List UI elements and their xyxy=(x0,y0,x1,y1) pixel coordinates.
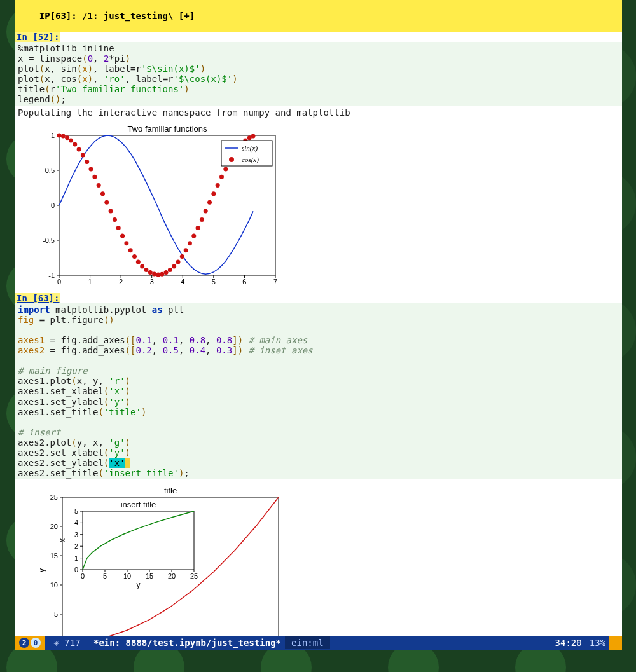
svg-text:-0.5: -0.5 xyxy=(43,237,55,244)
svg-point-41 xyxy=(109,209,113,213)
svg-text:15: 15 xyxy=(146,572,153,580)
cell-1[interactable]: In [52]: %matplotlib inline x = linspace… xyxy=(15,32,622,288)
svg-text:sin(x): sin(x) xyxy=(242,144,258,153)
svg-text:3: 3 xyxy=(74,531,78,538)
svg-text:cos(x): cos(x) xyxy=(242,156,259,164)
svg-text:5: 5 xyxy=(54,610,58,618)
modeline-buffer-name[interactable]: *ein: 8888/test.ipynb/just_testing* xyxy=(90,638,285,648)
modeline-left: ✳ 717 xyxy=(45,638,90,648)
svg-point-60 xyxy=(184,248,188,252)
svg-point-32 xyxy=(73,142,77,146)
svg-text:1: 1 xyxy=(51,132,55,139)
svg-text:x: x xyxy=(58,538,67,542)
svg-text:20: 20 xyxy=(50,523,58,530)
chart1-output: 01234567-1-0.500.51Two familiar function… xyxy=(31,123,622,288)
emacs-frame: IP[63]: /1: just_testing\ [+] In [52]: %… xyxy=(15,0,622,650)
svg-point-28 xyxy=(57,133,62,137)
svg-point-47 xyxy=(132,254,137,259)
svg-text:y: y xyxy=(137,580,141,589)
cell1-input[interactable]: %matplotlib inline x = linspace(0, 2*pi)… xyxy=(15,42,622,106)
svg-text:5: 5 xyxy=(212,278,216,285)
svg-point-66 xyxy=(207,200,212,204)
svg-point-35 xyxy=(85,160,89,164)
svg-point-30 xyxy=(65,135,69,140)
modeline: 2 0 ✳ 717 *ein: 8888/test.ipynb/just_tes… xyxy=(15,636,622,650)
svg-point-42 xyxy=(113,217,117,222)
svg-point-38 xyxy=(97,183,101,188)
svg-text:0: 0 xyxy=(57,278,61,285)
svg-text:3: 3 xyxy=(150,278,154,285)
svg-text:0: 0 xyxy=(81,572,85,580)
svg-text:2: 2 xyxy=(119,278,123,285)
svg-point-48 xyxy=(136,259,141,264)
svg-text:insert title: insert title xyxy=(121,500,156,509)
svg-point-57 xyxy=(172,264,176,268)
cell1-in-prompt: In [52]: xyxy=(15,32,60,42)
titlebar-text: IP[63]: /1: just_testing\ [+] xyxy=(39,11,195,21)
modeline-tail-icon xyxy=(609,636,622,650)
cell2-in-prompt: In [63]: xyxy=(15,293,60,303)
modeline-position: 34:20 xyxy=(551,638,586,648)
svg-point-50 xyxy=(144,268,148,272)
svg-text:0.5: 0.5 xyxy=(45,167,55,174)
svg-point-81 xyxy=(229,157,234,162)
svg-point-63 xyxy=(196,226,200,230)
cell1-stdout: Populating the interactive namespace fro… xyxy=(15,106,622,119)
svg-point-67 xyxy=(211,191,216,196)
svg-text:title: title xyxy=(164,486,177,495)
svg-text:1: 1 xyxy=(74,554,78,562)
cell-2[interactable]: In [63]: import matplotlib.pyplot as plt… xyxy=(15,293,622,650)
svg-point-54 xyxy=(160,271,164,276)
svg-point-36 xyxy=(89,167,93,171)
svg-point-34 xyxy=(81,153,85,157)
svg-text:25: 25 xyxy=(50,493,58,501)
svg-text:0: 0 xyxy=(74,566,78,573)
svg-text:10: 10 xyxy=(50,581,58,589)
svg-text:y: y xyxy=(38,568,46,572)
notebook-buffer[interactable]: In [52]: %matplotlib inline x = linspace… xyxy=(15,32,622,650)
warning-count-icon: 0 xyxy=(31,638,41,648)
svg-text:2: 2 xyxy=(74,542,78,550)
svg-text:4: 4 xyxy=(74,519,78,527)
flycheck-badge[interactable]: 2 0 xyxy=(15,636,45,650)
svg-text:-1: -1 xyxy=(48,271,55,279)
modeline-percent: 13% xyxy=(586,638,609,648)
svg-point-56 xyxy=(168,268,172,272)
svg-text:5: 5 xyxy=(103,572,107,580)
svg-point-44 xyxy=(120,233,125,238)
svg-point-59 xyxy=(180,254,184,259)
svg-point-46 xyxy=(128,248,133,252)
svg-text:15: 15 xyxy=(50,552,58,559)
chart2-output: 0123450510152025titlexy0510152025012345i… xyxy=(31,483,622,650)
svg-text:6: 6 xyxy=(242,278,246,285)
svg-point-45 xyxy=(124,241,128,245)
svg-point-31 xyxy=(69,138,73,142)
svg-text:25: 25 xyxy=(190,572,198,580)
svg-point-70 xyxy=(223,167,228,171)
chart2-svg: 0123450510152025titlexy0510152025012345i… xyxy=(31,483,291,650)
cell2-input[interactable]: import matplotlib.pyplot as plt fig = pl… xyxy=(15,303,622,480)
chart1-svg: 01234567-1-0.500.51Two familiar function… xyxy=(31,123,285,288)
svg-point-68 xyxy=(216,183,220,188)
svg-point-65 xyxy=(204,209,208,213)
svg-point-51 xyxy=(148,270,153,275)
svg-point-33 xyxy=(77,147,81,151)
svg-text:5: 5 xyxy=(74,507,78,515)
svg-text:1: 1 xyxy=(88,278,92,285)
svg-text:20: 20 xyxy=(168,572,176,580)
modeline-major-mode[interactable]: ein:ml xyxy=(285,636,330,649)
svg-point-58 xyxy=(176,259,181,264)
svg-text:7: 7 xyxy=(273,278,277,285)
svg-text:0: 0 xyxy=(51,202,55,209)
svg-text:Two familiar functions: Two familiar functions xyxy=(128,124,207,134)
svg-point-62 xyxy=(191,233,196,238)
svg-point-29 xyxy=(61,134,66,138)
svg-point-40 xyxy=(104,200,109,204)
svg-rect-111 xyxy=(83,511,194,570)
titlebar: IP[63]: /1: just_testing\ [+] xyxy=(15,0,622,32)
svg-point-43 xyxy=(116,226,121,230)
svg-point-37 xyxy=(92,174,97,179)
svg-point-55 xyxy=(164,270,169,275)
svg-point-52 xyxy=(152,271,156,276)
svg-point-49 xyxy=(140,264,144,268)
